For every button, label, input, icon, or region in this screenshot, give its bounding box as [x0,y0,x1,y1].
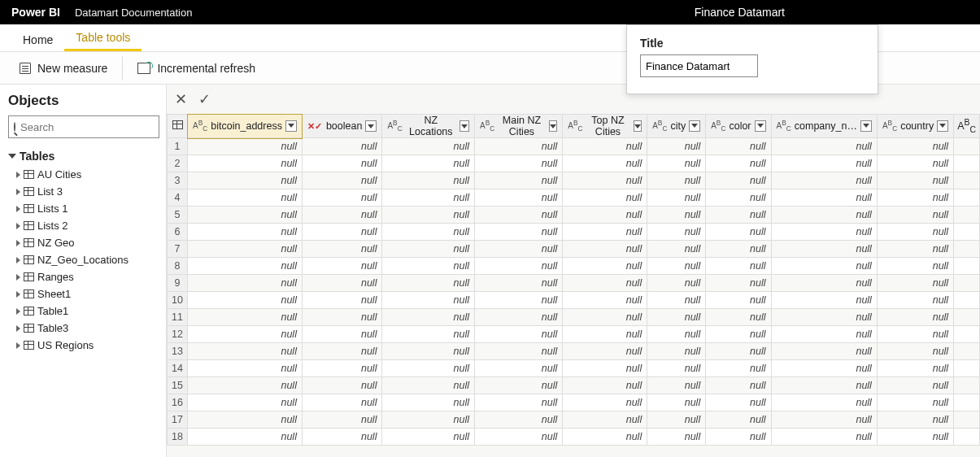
data-cell[interactable]: null [475,292,563,309]
data-cell[interactable]: null [706,429,771,446]
data-cell[interactable]: null [302,394,382,411]
data-cell[interactable]: null [563,138,647,155]
data-cell[interactable]: null [563,258,647,275]
data-cell[interactable]: null [475,189,563,207]
column-header[interactable]: ABCNZ Locations [382,115,475,138]
data-cell[interactable]: null [563,292,647,309]
data-cell[interactable]: null [706,343,771,360]
data-cell[interactable] [954,292,980,309]
data-cell[interactable]: null [188,138,303,155]
table-row[interactable]: 8nullnullnullnullnullnullnullnullnull [168,258,980,275]
data-cell[interactable]: null [877,360,953,377]
table-row[interactable]: 12nullnullnullnullnullnullnullnullnull [168,326,980,343]
row-number[interactable]: 1 [168,138,188,155]
data-cell[interactable]: null [382,189,475,207]
data-cell[interactable]: null [706,258,771,275]
data-cell[interactable] [954,360,980,377]
row-number[interactable]: 9 [168,275,188,292]
cancel-icon[interactable]: ✕ [175,90,187,108]
data-cell[interactable]: null [188,224,303,241]
table-row[interactable]: 7nullnullnullnullnullnullnullnullnull [168,241,980,258]
data-cell[interactable]: null [771,377,877,394]
data-cell[interactable]: null [475,275,563,292]
incremental-refresh-button[interactable]: Incremental refresh [126,59,267,78]
table-row[interactable]: 5nullnullnullnullnullnullnullnullnull [168,207,980,224]
table-row[interactable]: 17nullnullnullnullnullnullnullnullnull [168,411,980,429]
data-cell[interactable]: null [382,207,475,224]
table-row[interactable]: 13nullnullnullnullnullnullnullnullnull [168,343,980,360]
data-cell[interactable]: null [382,429,475,446]
column-header[interactable]: ABCTop NZ Cities [563,115,647,138]
data-cell[interactable]: null [647,377,706,394]
data-cell[interactable]: null [706,138,771,155]
data-cell[interactable]: null [647,429,706,446]
data-cell[interactable]: null [647,360,706,377]
data-cell[interactable]: null [382,275,475,292]
data-cell[interactable]: null [475,172,563,189]
data-cell[interactable]: null [188,394,303,411]
row-number[interactable]: 14 [168,360,188,377]
data-cell[interactable]: null [877,292,953,309]
table-row[interactable]: 18nullnullnullnullnullnullnullnullnull [168,429,980,446]
data-cell[interactable]: null [188,155,303,172]
data-cell[interactable]: null [382,241,475,258]
table-row[interactable]: 3nullnullnullnullnullnullnullnullnull [168,172,980,189]
row-number[interactable]: 8 [168,258,188,275]
data-cell[interactable]: null [475,309,563,326]
data-cell[interactable]: null [647,343,706,360]
data-cell[interactable]: null [302,207,382,224]
data-cell[interactable]: null [877,241,953,258]
data-cell[interactable] [954,155,980,172]
data-cell[interactable]: null [706,360,771,377]
data-cell[interactable]: null [647,224,706,241]
data-cell[interactable]: null [877,343,953,360]
data-cell[interactable]: null [188,343,303,360]
column-filter-dropdown[interactable] [634,120,642,132]
data-cell[interactable]: null [188,292,303,309]
data-cell[interactable] [954,258,980,275]
data-cell[interactable]: null [188,172,303,189]
data-cell[interactable]: null [188,429,303,446]
table-row[interactable]: 2nullnullnullnullnullnullnullnullnull [168,155,980,172]
data-cell[interactable]: null [647,309,706,326]
data-cell[interactable]: null [302,377,382,394]
data-cell[interactable]: null [647,207,706,224]
data-cell[interactable]: null [188,275,303,292]
data-cell[interactable]: null [302,258,382,275]
data-cell[interactable]: null [647,394,706,411]
column-header[interactable]: ABCcountry [877,115,953,138]
data-cell[interactable]: null [877,377,953,394]
data-cell[interactable]: null [771,155,877,172]
data-cell[interactable] [954,224,980,241]
data-cell[interactable]: null [382,292,475,309]
sidebar-table-item[interactable]: Lists 2 [8,217,159,234]
data-cell[interactable]: null [563,429,647,446]
column-filter-dropdown[interactable] [285,120,297,132]
data-cell[interactable] [954,394,980,411]
data-cell[interactable]: null [706,394,771,411]
sidebar-table-item[interactable]: Sheet1 [8,285,159,302]
data-cell[interactable]: null [563,241,647,258]
data-cell[interactable]: null [475,429,563,446]
commit-icon[interactable]: ✓ [198,90,211,108]
data-cell[interactable]: null [382,155,475,172]
data-cell[interactable]: null [647,258,706,275]
data-cell[interactable]: null [771,326,877,343]
data-cell[interactable]: null [302,326,382,343]
data-cell[interactable]: null [647,275,706,292]
data-cell[interactable]: null [475,224,563,241]
data-cell[interactable]: null [771,224,877,241]
data-cell[interactable]: null [563,207,647,224]
data-cell[interactable]: null [475,138,563,155]
data-cell[interactable] [954,429,980,446]
data-cell[interactable]: null [706,377,771,394]
data-cell[interactable]: null [771,360,877,377]
data-cell[interactable]: null [771,411,877,429]
tables-tree-header[interactable]: Tables [8,150,159,163]
column-filter-dropdown[interactable] [689,120,700,132]
data-cell[interactable] [954,241,980,258]
sidebar-table-item[interactable]: Lists 1 [8,200,159,217]
data-cell[interactable]: null [706,207,771,224]
data-cell[interactable] [954,275,980,292]
data-cell[interactable]: null [302,241,382,258]
